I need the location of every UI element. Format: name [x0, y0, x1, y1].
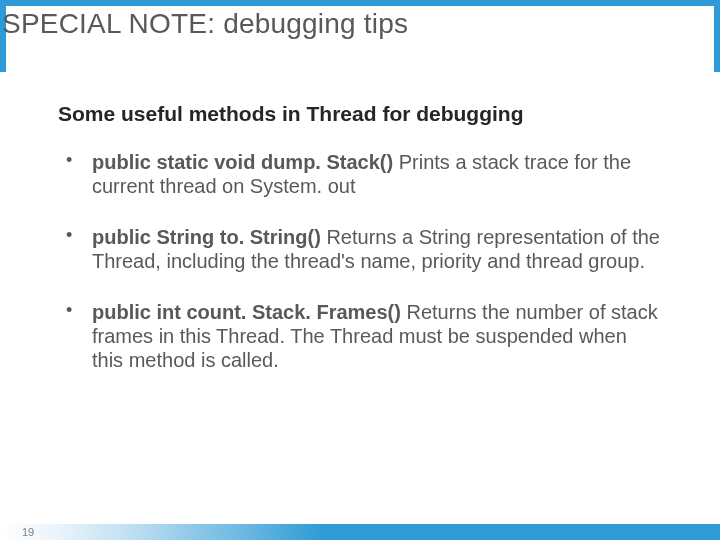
- footer-strip: [0, 524, 720, 540]
- list-item: public String to. String() Returns a Str…: [58, 225, 662, 274]
- method-signature: public int count. Stack. Frames(): [92, 301, 407, 323]
- slide-title: SPECIAL NOTE: debugging tips: [2, 8, 408, 40]
- method-list: public static void dump. Stack() Prints …: [58, 150, 662, 373]
- footer: 19: [0, 514, 720, 540]
- method-signature: public String to. String(): [92, 226, 326, 248]
- content-area: Some useful methods in Thread for debugg…: [0, 72, 720, 373]
- list-item: public int count. Stack. Frames() Return…: [58, 300, 662, 373]
- page-number: 19: [22, 526, 34, 538]
- method-signature: public static void dump. Stack(): [92, 151, 399, 173]
- subheading: Some useful methods in Thread for debugg…: [58, 102, 662, 126]
- title-bar: SPECIAL NOTE: debugging tips: [0, 0, 720, 72]
- list-item: public static void dump. Stack() Prints …: [58, 150, 662, 199]
